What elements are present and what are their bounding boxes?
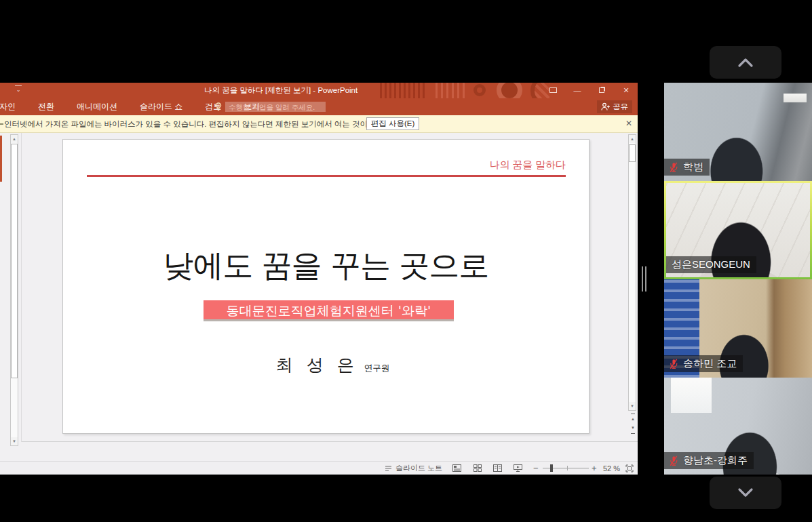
previous-slide-button[interactable]: ▲: [629, 414, 637, 422]
participant-name-bar: 송하민 조교: [664, 355, 743, 372]
zoom-level[interactable]: 52 %: [603, 462, 620, 475]
fit-slide-to-window-button[interactable]: [624, 462, 634, 475]
slide-notes-toggle[interactable]: 슬라이드 노트: [385, 462, 442, 475]
zoom-slider-tick: [567, 466, 568, 470]
chevron-up-icon: [734, 56, 757, 69]
participant-name: 향남초-강희주: [683, 454, 748, 467]
thumbnail-scrollbar[interactable]: ▲ ▼: [10, 134, 18, 446]
ppt-status-bar: 슬라이드 노트 − + 52 %: [0, 461, 638, 475]
scroll-up-icon[interactable]: ▲: [11, 135, 18, 143]
muted-mic-icon: [668, 359, 679, 369]
participant-name-bar: 향남초-강희주: [664, 452, 754, 469]
quick-access-dropdown-icon[interactable]: ⌄: [15, 85, 22, 94]
minimize-button[interactable]: —: [567, 83, 587, 98]
share-person-icon: [601, 102, 610, 111]
scrollbar-thumb[interactable]: [629, 144, 636, 162]
slideshow-view-button[interactable]: [513, 462, 523, 475]
window-title: 나의 꿈을 말하다 [제한된 보기] - PowerPoint: [204, 85, 357, 96]
participant-tile[interactable]: 학범: [664, 83, 812, 181]
zoom-in-button[interactable]: +: [592, 462, 597, 475]
slide-thumbnail-edge: [0, 136, 2, 182]
slide-scrollbar[interactable]: ▲ ▼: [628, 134, 636, 411]
participant-name-bar: 학범: [664, 159, 710, 176]
slide-canvas: 나의 꿈을 말하다 낮에도 꿈을 꾸는 곳으로 동대문진로직업체험지원센터 '와…: [62, 139, 589, 434]
participant-tile[interactable]: 향남초-강희주: [664, 378, 812, 475]
slide-notes-label: 슬라이드 노트: [395, 463, 442, 473]
protected-view-message: 인터넷에서 가져온 파일에는 바이러스가 있을 수 있습니다. 편집하지 않는다…: [4, 119, 411, 129]
muted-mic-icon: [668, 162, 679, 173]
ribbon-tab-animations[interactable]: 애니메이션: [75, 101, 119, 113]
ribbon-tab-row: 디자인 전환 애니메이션 슬라이드 쇼 검토 보기 공유: [0, 98, 638, 115]
participant-tile-active-speaker[interactable]: 성은SEONGEUN: [664, 181, 812, 279]
slide-sorter-view-button[interactable]: [472, 462, 482, 475]
participant-name: 성은SEONGEUN: [672, 258, 750, 271]
powerpoint-window: ⌄ 나의 꿈을 말하다 [제한된 보기] - PowerPoint — ✕ 디자…: [0, 83, 638, 475]
shield-icon: [0, 123, 3, 125]
presenter-block: 최 성 은 연구원: [70, 354, 596, 376]
restore-button[interactable]: [592, 83, 612, 98]
scrollbar-thumb[interactable]: [11, 144, 18, 378]
presenter-name: 최 성 은: [276, 354, 358, 376]
participant-name: 학범: [683, 161, 703, 174]
enable-editing-button[interactable]: 편집 사용(E): [366, 117, 419, 130]
close-button[interactable]: ✕: [616, 83, 636, 98]
tell-me-lightbulb-icon: [214, 102, 223, 112]
ribbon-tab-transitions[interactable]: 전환: [37, 101, 56, 113]
scroll-down-icon[interactable]: ▼: [11, 437, 18, 445]
presenter-role: 연구원: [364, 363, 390, 374]
scroll-up-icon[interactable]: ▲: [629, 135, 636, 143]
titlebar-decorative-art: [377, 83, 549, 98]
notes-icon: [385, 464, 392, 472]
slide-title-text: 낮에도 꿈을 꾸는 곳으로: [63, 245, 589, 286]
share-button[interactable]: 공유: [597, 100, 632, 113]
gallery-scroll-up-button[interactable]: [710, 46, 781, 79]
gallery-scroll-down-button[interactable]: [710, 477, 781, 509]
ribbon-tab-slideshow[interactable]: 슬라이드 쇼: [138, 101, 184, 113]
slide-header-text: 나의 꿈을 말하다: [490, 159, 566, 172]
zoom-out-button[interactable]: −: [533, 462, 539, 475]
zoom-slider-thumb[interactable]: [550, 464, 553, 472]
app-stage: ⌄ 나의 꿈을 말하다 [제한된 보기] - PowerPoint — ✕ 디자…: [0, 0, 812, 522]
ppt-title-bar: ⌄ 나의 꿈을 말하다 [제한된 보기] - PowerPoint — ✕: [0, 83, 638, 98]
next-slide-button[interactable]: ▼: [629, 424, 637, 433]
participant-name-bar: 성은SEONGEUN: [666, 256, 756, 273]
reading-view-button[interactable]: [492, 462, 503, 475]
muted-mic-icon: [668, 456, 679, 466]
panel-resize-handle[interactable]: [642, 266, 643, 292]
tell-me-search-input[interactable]: [225, 102, 326, 112]
protected-view-bar: 인터넷에서 가져온 파일에는 바이러스가 있을 수 있습니다. 편집하지 않는다…: [0, 115, 638, 133]
slide-banner-text: 동대문진로직업체험지원센터 '와락': [204, 300, 454, 321]
chevron-down-icon: [734, 486, 757, 500]
normal-view-button[interactable]: [452, 462, 462, 475]
ribbon-tab-design[interactable]: 디자인: [0, 101, 17, 113]
panel-resize-handle[interactable]: [645, 266, 646, 292]
warning-close-icon[interactable]: ✕: [625, 119, 632, 128]
share-label: 공유: [613, 102, 628, 112]
ribbon-display-options-icon[interactable]: [543, 83, 563, 98]
participant-name: 송하민 조교: [683, 357, 737, 370]
slide-accent-line: [87, 175, 566, 177]
scroll-down-icon[interactable]: ▼: [629, 402, 636, 410]
pane-divider[interactable]: [21, 133, 22, 442]
participant-tile[interactable]: 송하민 조교: [664, 279, 812, 378]
notes-pane-divider[interactable]: [22, 441, 638, 442]
